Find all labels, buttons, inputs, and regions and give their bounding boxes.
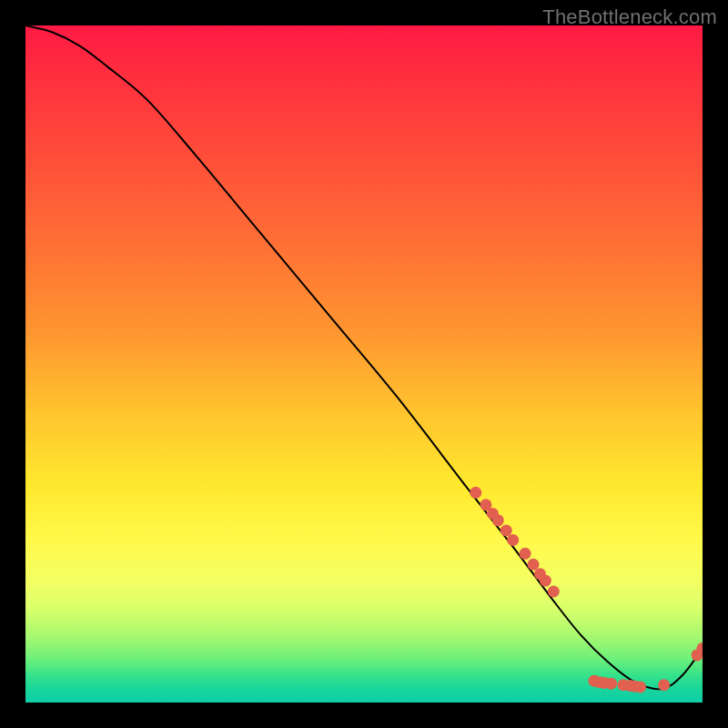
chart-svg	[25, 25, 703, 703]
data-marker	[500, 525, 512, 537]
chart-frame: TheBottleneck.com	[0, 0, 728, 728]
data-marker	[470, 487, 481, 499]
data-marker	[507, 534, 519, 546]
plot-area	[25, 25, 703, 703]
data-marker	[548, 585, 560, 597]
data-marker	[634, 681, 646, 693]
data-marker	[528, 559, 540, 571]
data-marker	[658, 679, 670, 691]
curve-markers	[470, 487, 703, 693]
data-marker	[492, 514, 504, 526]
data-marker	[520, 548, 531, 560]
data-marker	[540, 575, 551, 587]
curve-line	[25, 25, 703, 689]
data-marker	[605, 678, 617, 690]
